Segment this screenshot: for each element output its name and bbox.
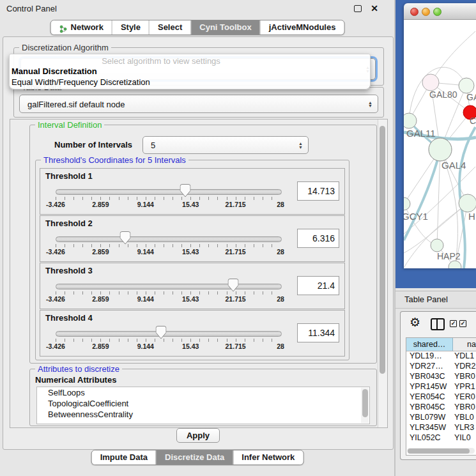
menu-item-manual-discretization[interactable]: Manual Discretization [12, 66, 97, 76]
close-icon[interactable]: ✕ [371, 3, 378, 13]
table-panel-title: Table Panel [404, 295, 448, 304]
tab-network[interactable]: Network [51, 20, 112, 35]
table-row[interactable]: YDL19…YDL1 [406, 351, 476, 362]
threshold-4-slider[interactable]: -3.426 2.859 9.144 15.43 21.715 28 [56, 327, 280, 353]
table-row[interactable]: YER054CYER0 [406, 392, 476, 403]
node-h[interactable] [459, 194, 476, 212]
table-row[interactable]: YBL079WYBL0 [406, 413, 476, 423]
menu-item-equal-width-frequency[interactable]: Equal Width/Frequency Discretization [12, 77, 150, 87]
threshold-1-slider[interactable]: -3.426 2.859 9.144 15.43 21.715 28 [56, 185, 280, 211]
node-gal80[interactable] [422, 74, 439, 91]
threshold-4-label: Threshold 4 [45, 313, 93, 323]
slider-thumb[interactable] [180, 184, 191, 197]
network-canvas[interactable]: GAL80 GA GAL11 C GAL4 GCY1 H HAP2 [404, 20, 476, 268]
table-header: shared… na [406, 338, 476, 351]
panel-title: Control Panel [6, 4, 57, 13]
threshold-4-box: Threshold 4 -3.426 2.859 9.144 [40, 310, 345, 357]
tab-network-label: Network [71, 20, 104, 35]
slider-tick-labels: -3.426 2.859 9.144 15.43 21.715 28 [56, 295, 280, 304]
table-row[interactable]: YBR045CYBR0 [406, 403, 476, 413]
table-panel-window: ⚙ ✓ ✓ shared… na YDL19…YDL1 YDR27…YDR2 Y… [400, 311, 476, 460]
node-hap2[interactable] [431, 239, 443, 252]
attributes-title: Attributes to discretize [35, 364, 122, 374]
close-traffic-icon[interactable] [410, 8, 418, 16]
float-window-icon[interactable] [354, 5, 362, 12]
svg-text:GCY1: GCY1 [404, 211, 428, 222]
apply-button[interactable]: Apply [176, 428, 220, 443]
table-row[interactable]: YIL052CYIL0 [406, 433, 476, 443]
thresholds-title: Threshold's Coordinates for 5 Intervals [41, 155, 188, 165]
checkbox-icon[interactable]: ✓ [450, 320, 457, 327]
node-gal11[interactable] [404, 113, 417, 128]
algorithm-dropdown-menu: Select algorithm to view settings Manual… [9, 54, 371, 89]
bottom-tab-bar: Impute Data Discretize Data Infer Networ… [91, 450, 304, 465]
num-intervals-select[interactable]: 5 ▲▼ [142, 136, 309, 154]
horizontal-scrollbar[interactable] [407, 448, 475, 454]
svg-text:GAL11: GAL11 [406, 128, 436, 139]
slider-thumb[interactable] [228, 279, 239, 292]
table-data-select[interactable]: galFiltered.sif default node ▲▼ [19, 95, 378, 113]
checkbox-icon[interactable]: ✓ [459, 320, 466, 327]
minimize-traffic-icon[interactable] [422, 8, 430, 16]
node-gcy1[interactable] [404, 197, 410, 210]
discretization-algorithm-title: Discretization Algorithm [19, 43, 111, 52]
list-item[interactable]: SelfLoops [37, 387, 369, 398]
tab-infer-network[interactable]: Infer Network [233, 450, 303, 464]
numerical-attributes-list[interactable]: SelfLoops TopologicalCoefficient Between… [36, 387, 370, 424]
threshold-3-slider[interactable]: -3.426 2.859 9.144 15.43 21.715 28 [56, 280, 280, 305]
slider-thumb[interactable] [120, 231, 131, 245]
num-intervals-label: Number of Intervals [54, 140, 132, 150]
threshold-4-value[interactable]: 11.344 [297, 323, 339, 342]
gear-icon[interactable]: ⚙ [410, 316, 420, 328]
threshold-1-value[interactable]: 14.713 [297, 181, 339, 201]
num-intervals-value: 5 [151, 141, 155, 150]
network-window-titlebar[interactable] [404, 3, 476, 20]
tab-impute-data[interactable]: Impute Data [92, 450, 156, 464]
list-item[interactable]: BetweennessCentrality [37, 409, 369, 420]
table-row[interactable]: YPR145WYPR1 [406, 382, 476, 392]
columns-icon[interactable] [431, 318, 445, 330]
tab-jactivemnodules[interactable]: jActiveMNodules [260, 20, 344, 35]
svg-text:C: C [470, 116, 476, 126]
thresholds-group: Threshold's Coordinates for 5 Intervals … [35, 160, 349, 360]
threshold-3-value[interactable]: 21.4 [297, 276, 339, 295]
horizontal-scrollbar-thumb[interactable] [408, 449, 470, 454]
tab-cyni-toolbox[interactable]: Cyni Toolbox [190, 20, 259, 35]
vertical-scrollbar[interactable] [378, 119, 387, 427]
settings-scrollpane: Interval Definition Number of Intervals … [10, 119, 388, 428]
node-top-right[interactable] [459, 78, 474, 93]
attributes-group: Attributes to discretize Numerical Attri… [29, 369, 377, 426]
node-gal4[interactable] [429, 138, 452, 161]
network-window[interactable]: GAL80 GA GAL11 C GAL4 GCY1 H HAP2 [404, 3, 476, 268]
control-panel: Control Panel ✕ Network Style Select Cyn… [0, 0, 395, 476]
slider-track[interactable] [56, 236, 282, 242]
threshold-2-value[interactable]: 6.316 [297, 229, 339, 248]
table-row[interactable]: YBR043CYBR0 [406, 372, 476, 382]
threshold-3-label: Threshold 3 [45, 266, 93, 275]
slider-tick-labels: -3.426 2.859 9.144 15.43 21.715 28 [56, 342, 280, 351]
slider-track[interactable] [56, 189, 282, 195]
slider-track[interactable] [56, 284, 282, 289]
tab-style[interactable]: Style [112, 20, 149, 35]
table-row[interactable]: YLR345WYLR3 [406, 423, 476, 433]
threshold-2-slider[interactable]: -3.426 2.859 9.144 15.43 21.715 28 [56, 233, 280, 258]
cyni-toolbox-panel: Discretization Algorithm ▲▼ Table Data g… [3, 36, 394, 450]
network-icon [59, 24, 68, 32]
vertical-scrollbar-thumb[interactable] [380, 126, 385, 374]
node-table: shared… na YDL19…YDL1 YDR27…YDR2 YBR043C… [406, 337, 476, 456]
column-header-shared-name[interactable]: shared… [406, 338, 453, 351]
tab-discretize-data[interactable]: Discretize Data [156, 450, 233, 464]
slider-track[interactable] [56, 331, 282, 337]
svg-text:H: H [468, 211, 475, 222]
combo-stepper-icon: ▲▼ [298, 142, 303, 149]
slider-thumb[interactable] [156, 326, 167, 339]
tab-select[interactable]: Select [149, 20, 190, 35]
list-item[interactable]: TopologicalCoefficient [37, 398, 369, 409]
svg-text:GAL4: GAL4 [441, 160, 466, 171]
table-row[interactable]: YDR27…YDR2 [406, 362, 476, 372]
threshold-2-label: Threshold 2 [45, 219, 93, 228]
column-header-name[interactable]: na [453, 338, 476, 351]
zoom-traffic-icon[interactable] [433, 8, 441, 16]
list-scrollbar-thumb[interactable] [362, 389, 368, 417]
list-scrollbar[interactable] [361, 388, 369, 423]
